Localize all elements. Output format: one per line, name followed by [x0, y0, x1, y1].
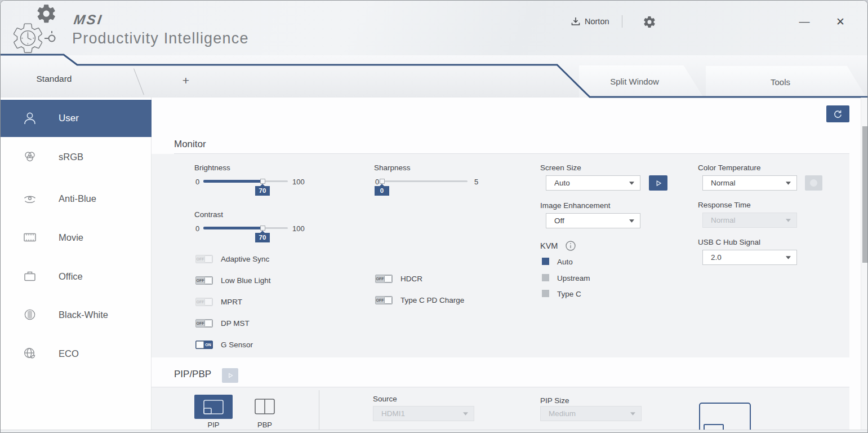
- type-c-pd-charge-label: Type C PD Charge: [400, 296, 464, 304]
- app-window: MSI Productivity Intelligence Norton — ✕…: [0, 0, 868, 433]
- play-icon: [654, 179, 663, 188]
- sidebar-item-anti-blue[interactable]: Anti-Blue: [1, 185, 152, 211]
- adaptive-sync-toggle[interactable]: OFF: [195, 255, 213, 263]
- color-temperature-custom-button: [805, 175, 822, 191]
- sharpness-slider-thumb[interactable]: [380, 179, 385, 184]
- contrast-slider-fill: [203, 227, 262, 229]
- usb-c-hub-signal-select[interactable]: 2.0: [702, 250, 797, 265]
- info-icon[interactable]: [565, 240, 576, 251]
- contrast-slider-thumb[interactable]: [260, 226, 265, 231]
- contrast-min: 0: [195, 224, 199, 233]
- kvm-option-auto-label[interactable]: Auto: [557, 258, 573, 266]
- brightness-label: Brightness: [194, 164, 230, 172]
- minimize-icon: —: [799, 15, 810, 28]
- screen-size-apply-button[interactable]: [649, 175, 667, 191]
- brightness-slider-thumb[interactable]: [260, 179, 265, 184]
- sidebar-item-label: Movie: [59, 232, 83, 243]
- sidebar-item-label: ECO: [59, 348, 79, 359]
- sidebar-item-label: sRGB: [59, 152, 83, 162]
- app-header: MSI Productivity Intelligence Norton — ✕: [1, 1, 868, 55]
- eco-icon: [22, 346, 38, 361]
- scrollbar-track[interactable]: [861, 98, 868, 433]
- kvm-option-type-c-radio[interactable]: [542, 290, 549, 297]
- kvm-option-type-c-label[interactable]: Type C: [557, 290, 581, 298]
- pbp-mode-label: PBP: [253, 421, 277, 429]
- chevron-down-icon: [629, 182, 634, 185]
- brightness-max: 100: [292, 178, 305, 186]
- image-enhancement-label: Image Enhancement: [540, 201, 611, 210]
- color-temperature-label: Color Temperature: [698, 164, 761, 172]
- srgb-icon: [22, 149, 38, 165]
- sidebar-item-eco[interactable]: ECO: [1, 341, 152, 366]
- contrast-value-badge: 70: [255, 233, 270, 242]
- chevron-down-icon: [463, 412, 468, 416]
- app-title: Productivity Intelligence: [72, 30, 249, 47]
- norton-button[interactable]: Norton: [571, 14, 609, 29]
- pip-mode-button[interactable]: [194, 395, 233, 419]
- norton-label: Norton: [585, 17, 609, 26]
- low-blue-light-toggle[interactable]: OFF: [195, 276, 213, 285]
- contrast-max: 100: [292, 224, 305, 233]
- screen-size-select[interactable]: Auto: [546, 175, 640, 191]
- sharpness-label: Sharpness: [374, 164, 411, 172]
- chevron-down-icon: [629, 219, 634, 223]
- pip-icon: [202, 399, 225, 416]
- pip-size-value: Medium: [549, 409, 630, 418]
- sidebar-item-black-white[interactable]: Black-White: [1, 302, 152, 328]
- hdcr-toggle[interactable]: OFF: [375, 275, 393, 283]
- download-icon: [571, 16, 581, 26]
- source-value: HDMI1: [381, 409, 463, 418]
- screen-size-label: Screen Size: [540, 164, 581, 172]
- monitor-heading: Monitor: [174, 139, 206, 150]
- reset-icon: [833, 109, 843, 120]
- settings-gear-button[interactable]: [642, 14, 657, 30]
- dp-mst-toggle[interactable]: OFF: [195, 319, 213, 328]
- close-button[interactable]: ✕: [830, 13, 851, 30]
- color-temperature-select[interactable]: Normal: [702, 175, 797, 191]
- contrast-slider[interactable]: 70: [203, 227, 288, 229]
- pbp-mode-button[interactable]: [253, 396, 277, 417]
- kvm-option-auto-radio[interactable]: [542, 258, 549, 265]
- kvm-label: KVM: [540, 241, 558, 250]
- pip-heading: PIP/PBP: [174, 369, 211, 380]
- sharpness-slider[interactable]: 0: [382, 180, 468, 182]
- mprt-toggle[interactable]: OFF: [195, 298, 213, 306]
- hdcr-label: HDCR: [400, 275, 422, 283]
- g-sensor-toggle[interactable]: ON: [195, 341, 213, 349]
- tab-standard[interactable]: Standard: [23, 74, 85, 84]
- sidebar-item-label: Black-White: [59, 310, 108, 320]
- sidebar: User sRGB Anti-Blue Movie Office: [1, 98, 152, 433]
- add-tab-button[interactable]: +: [178, 73, 194, 89]
- brightness-slider[interactable]: 70: [203, 180, 288, 182]
- image-enhancement-value: Off: [554, 216, 629, 225]
- type-c-pd-charge-toggle[interactable]: OFF: [375, 296, 393, 304]
- mprt-label: MPRT: [221, 298, 242, 306]
- screen-size-value: Auto: [554, 179, 629, 187]
- minimize-button[interactable]: —: [794, 13, 815, 30]
- scrollbar-thumb[interactable]: [862, 126, 868, 263]
- sidebar-item-movie[interactable]: Movie: [1, 224, 152, 250]
- image-enhancement-select[interactable]: Off: [546, 213, 640, 228]
- sidebar-item-office[interactable]: Office: [1, 263, 152, 289]
- usb-c-hub-signal-value: 2.0: [711, 253, 786, 262]
- kvm-option-upstream-label[interactable]: Upstream: [557, 274, 590, 282]
- sidebar-item-label: Anti-Blue: [59, 193, 96, 204]
- msi-wordmark: MSI: [73, 12, 104, 28]
- brightness-value-badge: 70: [255, 186, 270, 196]
- usb-c-hub-signal-label: USB C Hub Signal: [698, 238, 760, 246]
- adaptive-sync-label: Adaptive Sync: [221, 255, 269, 263]
- active-tab-border: [1, 51, 868, 99]
- response-time-select: Normal: [702, 213, 797, 228]
- window-bottom-edge: [1, 430, 868, 433]
- msi-gears-logo-icon: [6, 3, 69, 55]
- office-icon: [22, 268, 38, 284]
- reset-button[interactable]: [826, 105, 849, 122]
- sidebar-item-srgb[interactable]: sRGB: [1, 144, 152, 170]
- sidebar-item-user[interactable]: User: [1, 100, 152, 137]
- pbp-icon: [253, 397, 276, 416]
- low-blue-light-label: Low Blue Light: [221, 276, 271, 285]
- header-separator: [622, 15, 622, 28]
- movie-icon: [22, 229, 38, 245]
- kvm-option-upstream-radio[interactable]: [542, 274, 549, 281]
- sidebar-item-label: Office: [59, 271, 83, 282]
